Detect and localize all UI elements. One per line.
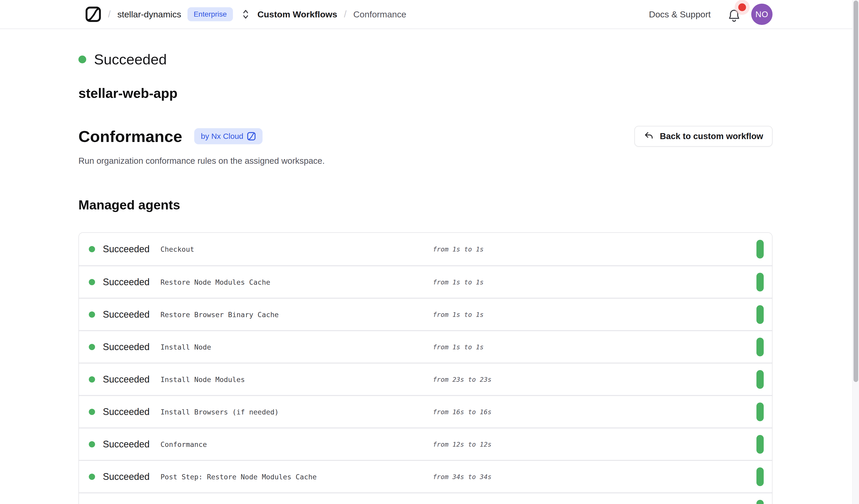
step-duration-bar	[756, 305, 764, 324]
step-status-label: Succeeded	[103, 341, 150, 352]
chevron-up-down-icon[interactable]	[241, 9, 251, 20]
step-duration-bar	[756, 435, 764, 454]
step-status-label: Succeeded	[103, 407, 150, 417]
step-status-label: Succeeded	[103, 439, 150, 450]
nx-logo-mini-icon	[247, 132, 256, 141]
nx-cloud-logo-icon[interactable]	[85, 6, 101, 22]
top-navigation-bar: / stellar-dynamics Enterprise Custom Wor…	[0, 0, 859, 29]
workspace-title: stellar-web-app	[78, 86, 772, 101]
step-status-label: Succeeded	[103, 374, 150, 385]
agent-step-row[interactable]: Succeeded Restore Node Modules Cache fro…	[79, 265, 772, 298]
by-nx-cloud-label: by Nx Cloud	[201, 132, 243, 141]
step-status-dot-icon	[89, 344, 95, 350]
step-status-label: Succeeded	[103, 277, 150, 288]
step-timing: from 23s to 23s	[433, 376, 492, 383]
by-nx-cloud-badge[interactable]: by Nx Cloud	[194, 128, 262, 144]
notification-dot	[738, 3, 746, 11]
workflow-title: Conformance	[78, 127, 182, 146]
step-timing: from 16s to 16s	[433, 408, 492, 415]
breadcrumb-separator: /	[344, 9, 347, 20]
step-name: Restore Node Modules Cache	[161, 278, 270, 286]
step-name: Conformance	[161, 440, 207, 448]
workflow-header-left: Conformance by Nx Cloud	[78, 127, 262, 146]
step-status-dot-icon	[89, 279, 95, 285]
managed-agents-heading: Managed agents	[78, 198, 772, 213]
topbar-right-cluster: Docs & Support NO	[649, 4, 772, 25]
scrollbar-thumb[interactable]	[854, 1, 858, 382]
main-content: Succeeded stellar-web-app Conformance by…	[0, 51, 859, 504]
agent-step-row[interactable]: Succeeded Restore Browser Binary Cache f…	[79, 298, 772, 330]
step-timing: from 34s to 34s	[433, 473, 492, 480]
run-status: Succeeded	[78, 51, 772, 68]
step-timing: from 1s to 1s	[433, 311, 484, 318]
page: / stellar-dynamics Enterprise Custom Wor…	[0, 0, 859, 504]
step-timing: from 1s to 1s	[433, 343, 484, 351]
step-status-label: Succeeded	[103, 309, 150, 320]
step-status-label: Succeeded	[103, 471, 150, 482]
breadcrumb-org[interactable]: stellar-dynamics	[117, 9, 181, 19]
step-duration-bar	[756, 273, 764, 291]
breadcrumb: / stellar-dynamics Enterprise Custom Wor…	[85, 6, 406, 22]
step-name: Install Node	[161, 343, 211, 351]
breadcrumb-section[interactable]: Custom Workflows	[257, 9, 337, 19]
step-duration-bar	[756, 402, 764, 421]
managed-agents-list: Succeeded Checkout from 1s to 1s Succeed…	[78, 232, 772, 504]
workflow-description: Run organization conformance rules on th…	[78, 156, 772, 166]
workflow-header: Conformance by Nx Cloud Back to custom w…	[78, 126, 772, 147]
step-status-label: Succeeded	[103, 244, 150, 255]
agent-step-row[interactable]: Succeeded Post Step: Restore Browser Bin…	[79, 492, 772, 504]
step-status-dot-icon	[89, 311, 95, 318]
step-timing: from 12s to 12s	[433, 440, 492, 448]
step-timing: from 1s to 1s	[433, 245, 484, 253]
step-status-dot-icon	[89, 441, 95, 447]
agent-step-row[interactable]: Succeeded Install Browsers (if needed) f…	[79, 395, 772, 427]
step-duration-bar	[756, 338, 764, 356]
agent-step-row[interactable]: Succeeded Post Step: Restore Node Module…	[79, 460, 772, 492]
back-button-label: Back to custom workflow	[660, 131, 763, 141]
step-name: Post Step: Restore Node Modules Cache	[161, 473, 317, 480]
step-duration-bar	[756, 370, 764, 389]
step-status-dot-icon	[89, 409, 95, 415]
step-status-dot-icon	[89, 376, 95, 383]
back-to-custom-workflow-button[interactable]: Back to custom workflow	[634, 126, 772, 147]
step-name: Install Browsers (if needed)	[161, 408, 278, 416]
plan-badge: Enterprise	[187, 7, 233, 21]
step-duration-bar	[756, 240, 764, 259]
agent-step-row[interactable]: Succeeded Install Node from 1s to 1s	[79, 330, 772, 363]
breadcrumb-page: Conformance	[353, 9, 406, 19]
agent-step-row[interactable]: Succeeded Install Node Modules from 23s …	[79, 363, 772, 395]
notifications-bell-icon[interactable]	[727, 7, 741, 21]
step-timing: from 1s to 1s	[433, 278, 484, 286]
step-duration-bar	[756, 468, 764, 486]
breadcrumb-separator: /	[108, 9, 111, 20]
docs-support-link[interactable]: Docs & Support	[649, 9, 711, 19]
undo-arrow-icon	[644, 131, 654, 141]
scrollbar-track[interactable]	[852, 0, 859, 504]
step-status-dot-icon	[89, 474, 95, 480]
status-dot-icon	[78, 56, 86, 63]
step-status-dot-icon	[89, 246, 95, 252]
step-name: Install Node Modules	[161, 375, 245, 383]
step-name: Checkout	[161, 245, 194, 253]
avatar[interactable]: NO	[751, 4, 772, 25]
agent-step-row[interactable]: Succeeded Checkout from 1s to 1s	[79, 233, 772, 265]
step-name: Restore Browser Binary Cache	[161, 310, 278, 318]
agent-step-row[interactable]: Succeeded Conformance from 12s to 12s	[79, 427, 772, 460]
run-status-label: Succeeded	[94, 51, 167, 68]
step-duration-bar	[756, 500, 764, 504]
